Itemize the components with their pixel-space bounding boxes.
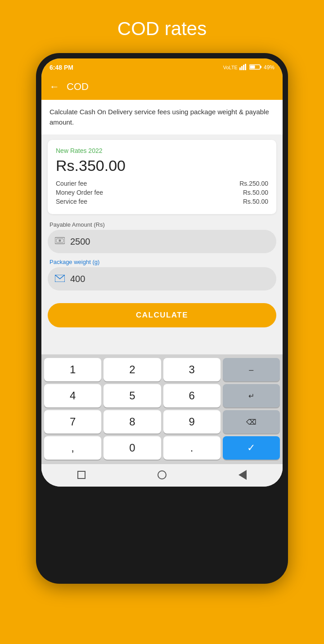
courier-fee-row: Courier fee Rs.250.00 — [56, 180, 268, 187]
svg-point-9 — [59, 239, 61, 242]
key-comma[interactable]: , — [44, 436, 101, 460]
numeric-keyboard: 1 2 3 – 4 5 6 ↵ 7 8 9 ⌫ , — [41, 354, 283, 464]
key-8[interactable]: 8 — [104, 410, 161, 434]
service-fee-row: Service fee Rs.50.00 — [56, 198, 268, 205]
phone-frame: 6:48 PM VoLTE 49% ← COD Calculate Cash O… — [36, 53, 288, 584]
app-bar-title: COD — [67, 81, 89, 93]
new-rates-label: New Rates 2022 — [56, 147, 268, 154]
keyboard-row-3: 7 8 9 ⌫ — [44, 410, 280, 434]
service-fee-label: Service fee — [56, 198, 87, 205]
battery-percent: 49% — [264, 64, 274, 71]
nav-triangle-icon — [238, 470, 247, 480]
svg-rect-0 — [239, 67, 241, 70]
svg-rect-6 — [250, 65, 255, 68]
package-weight-group: Package weight (g) 400 — [48, 259, 276, 291]
package-weight-label: Package weight (g) — [48, 259, 276, 265]
money-icon — [55, 237, 65, 247]
courier-fee-label: Courier fee — [56, 180, 87, 187]
key-0[interactable]: 0 — [104, 436, 161, 460]
courier-fee-value: Rs.250.00 — [239, 180, 268, 187]
key-9[interactable]: 9 — [163, 410, 220, 434]
nav-square-icon — [77, 471, 86, 479]
page-title: COD rates — [117, 18, 207, 40]
back-button[interactable]: ← — [50, 81, 59, 93]
status-icons: VoLTE 49% — [223, 64, 274, 72]
calculate-button[interactable]: CALCULATE — [48, 303, 276, 327]
payable-amount-input[interactable]: 2500 — [48, 230, 276, 253]
status-time: 6:48 PM — [50, 64, 73, 71]
payable-amount-group: Payable Amount (Rs) 2500 — [48, 221, 276, 253]
app-bar: ← COD — [41, 76, 283, 100]
key-minus[interactable]: – — [223, 358, 280, 381]
status-bar: 6:48 PM VoLTE 49% — [41, 58, 283, 76]
keyboard-row-1: 1 2 3 – — [44, 358, 280, 381]
battery-icon — [249, 64, 262, 72]
nav-home-button[interactable] — [156, 469, 168, 481]
keyboard-row-4: , 0 . ✓ — [44, 436, 280, 460]
key-2[interactable]: 2 — [104, 358, 161, 381]
money-order-fee-value: Rs.50.00 — [243, 189, 268, 196]
service-fee-value: Rs.50.00 — [243, 198, 268, 205]
svg-rect-5 — [260, 66, 261, 68]
keyboard-row-2: 4 5 6 ↵ — [44, 384, 280, 407]
svg-rect-2 — [243, 65, 244, 70]
key-6[interactable]: 6 — [163, 384, 220, 407]
package-weight-value: 400 — [70, 274, 85, 284]
svg-rect-3 — [245, 64, 246, 70]
content-area: Calculate Cash On Delivery service fees … — [41, 100, 283, 487]
key-dot[interactable]: . — [163, 436, 220, 460]
key-1[interactable]: 1 — [44, 358, 101, 381]
money-order-fee-row: Money Order fee Rs.50.00 — [56, 189, 268, 196]
key-4[interactable]: 4 — [44, 384, 101, 407]
key-7[interactable]: 7 — [44, 410, 101, 434]
phone-screen: 6:48 PM VoLTE 49% ← COD Calculate Cash O… — [41, 58, 283, 487]
key-return[interactable]: ↵ — [223, 384, 280, 407]
key-delete[interactable]: ⌫ — [223, 410, 280, 434]
nav-back-button[interactable] — [236, 469, 249, 481]
description-text: Calculate Cash On Delivery service fees … — [41, 100, 283, 134]
nav-circle-icon — [158, 470, 166, 479]
signal-icon — [239, 64, 248, 72]
envelope-icon — [55, 274, 65, 284]
key-5[interactable]: 5 — [104, 384, 161, 407]
payable-amount-label: Payable Amount (Rs) — [48, 221, 276, 228]
input-section: Payable Amount (Rs) 2500 Package weight … — [41, 219, 283, 296]
rate-card: New Rates 2022 Rs.350.00 Courier fee Rs.… — [48, 140, 276, 214]
package-weight-input[interactable]: 400 — [48, 267, 276, 291]
calculate-button-wrap: CALCULATE — [41, 296, 283, 327]
total-amount: Rs.350.00 — [56, 157, 268, 174]
result-area — [41, 327, 283, 354]
key-confirm[interactable]: ✓ — [223, 436, 280, 460]
payable-amount-value: 2500 — [70, 237, 90, 247]
nav-square-button[interactable] — [75, 469, 88, 481]
nav-bar — [41, 464, 283, 487]
svg-rect-1 — [241, 66, 243, 70]
money-order-fee-label: Money Order fee — [56, 189, 103, 196]
volte-icon: VoLTE — [223, 65, 238, 70]
key-3[interactable]: 3 — [163, 358, 220, 381]
